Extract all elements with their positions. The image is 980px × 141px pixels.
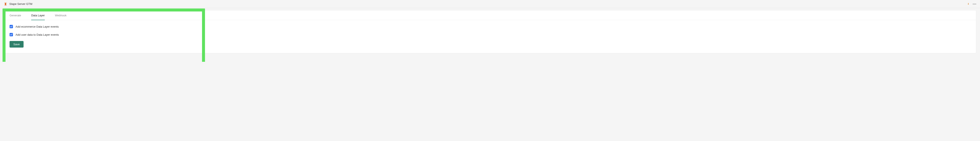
- tab-data-layer[interactable]: Data Layer: [31, 14, 45, 20]
- option-ecommerce-label: Add ecommerce Data Layer events: [16, 25, 59, 28]
- option-ecommerce-row: Add ecommerce Data Layer events: [10, 25, 970, 28]
- svg-point-0: [973, 3, 974, 4]
- page-body: Generate Data Layer Webhook Add ecommerc…: [0, 8, 980, 62]
- checkbox-ecommerce[interactable]: [10, 25, 13, 28]
- save-button[interactable]: Save: [10, 41, 24, 48]
- settings-card: Generate Data Layer Webhook Add ecommerc…: [3, 10, 976, 53]
- checkbox-userdata[interactable]: [10, 33, 13, 36]
- pin-icon[interactable]: [967, 3, 970, 5]
- tab-webhook[interactable]: Webhook: [55, 14, 67, 20]
- stape-logo-icon: [4, 2, 7, 6]
- svg-point-2: [975, 3, 976, 4]
- header-left: Stape Server GTM: [4, 2, 32, 6]
- app-header: Stape Server GTM: [0, 0, 980, 8]
- more-icon[interactable]: [973, 3, 976, 5]
- option-userdata-label: Add user data to Data Layer events: [16, 33, 59, 36]
- tabs: Generate Data Layer Webhook: [3, 10, 976, 20]
- tab-generate[interactable]: Generate: [10, 14, 21, 20]
- option-userdata-row: Add user data to Data Layer events: [10, 33, 970, 36]
- settings-card-wrap: Generate Data Layer Webhook Add ecommerc…: [3, 10, 977, 53]
- app-title: Stape Server GTM: [10, 2, 32, 5]
- check-icon: [10, 34, 12, 36]
- check-icon: [10, 26, 12, 27]
- header-right: [967, 3, 976, 5]
- svg-point-1: [974, 3, 975, 4]
- data-layer-panel: Add ecommerce Data Layer events Add user…: [3, 20, 976, 53]
